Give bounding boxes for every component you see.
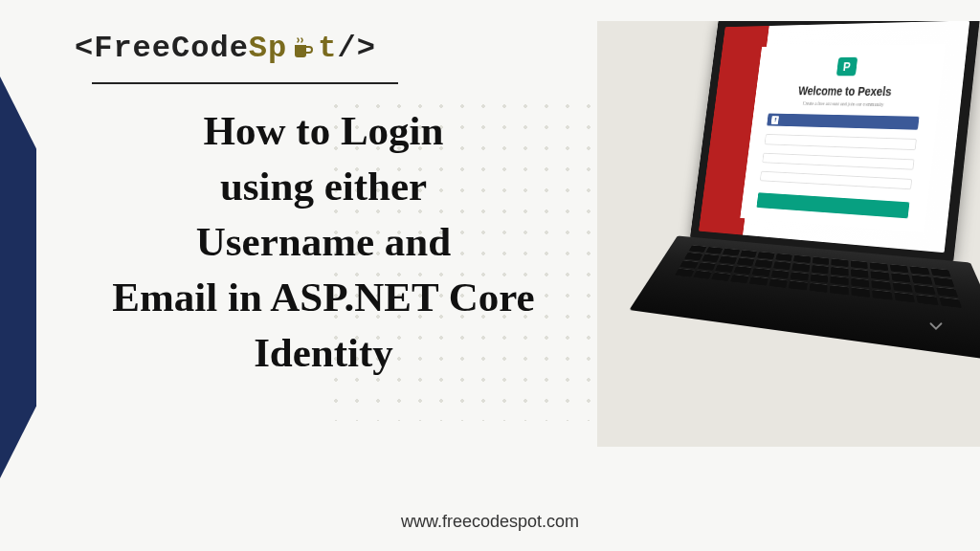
welcome-subtitle: Create a free account and join our commu…	[802, 100, 883, 107]
logo-underline	[92, 82, 398, 84]
logo-close-bracket: />	[337, 31, 375, 66]
email-input[interactable]	[763, 153, 915, 170]
welcome-heading: Welcome to Pexels	[797, 84, 892, 99]
headline-line-3: Username and	[56, 214, 591, 270]
facebook-join-button[interactable]: f	[767, 113, 919, 130]
signup-button[interactable]	[757, 193, 910, 218]
pexels-logo-letter: P	[842, 59, 851, 74]
headline-line-4: Email in ASP.NET Core	[56, 270, 591, 325]
facebook-icon: f	[771, 116, 779, 124]
headline-line-1: How to Login	[56, 103, 591, 159]
logo-text-part2: Sp	[249, 31, 287, 66]
left-navy-accent	[0, 77, 36, 478]
laptop-photo: P Welcome to Pexels Create a free accoun…	[597, 21, 980, 447]
laptop-device: P Welcome to Pexels Create a free accoun…	[668, 21, 980, 447]
website-url: www.freecodespot.com	[0, 512, 980, 532]
laptop-display: P Welcome to Pexels Create a free accoun…	[699, 21, 969, 253]
headline-line-5: Identity	[56, 325, 591, 381]
logo-open-bracket: <	[75, 31, 94, 66]
headline-line-2: using either	[56, 159, 591, 214]
laptop-screen-bezel: P Welcome to Pexels Create a free accoun…	[690, 21, 980, 265]
chevron-down-icon	[921, 311, 951, 342]
article-headline: How to Login using either Username and E…	[56, 103, 591, 381]
coffee-mug-icon	[289, 35, 316, 62]
login-form-card: P Welcome to Pexels Create a free accoun…	[741, 44, 946, 232]
password-input[interactable]	[760, 171, 912, 190]
site-logo: < FreeCode Sp t />	[75, 31, 376, 66]
logo-text-part1: FreeCode	[94, 31, 249, 66]
pexels-logo-icon: P	[836, 56, 858, 76]
name-input[interactable]	[765, 134, 917, 150]
logo-text-part3: t	[318, 31, 337, 66]
